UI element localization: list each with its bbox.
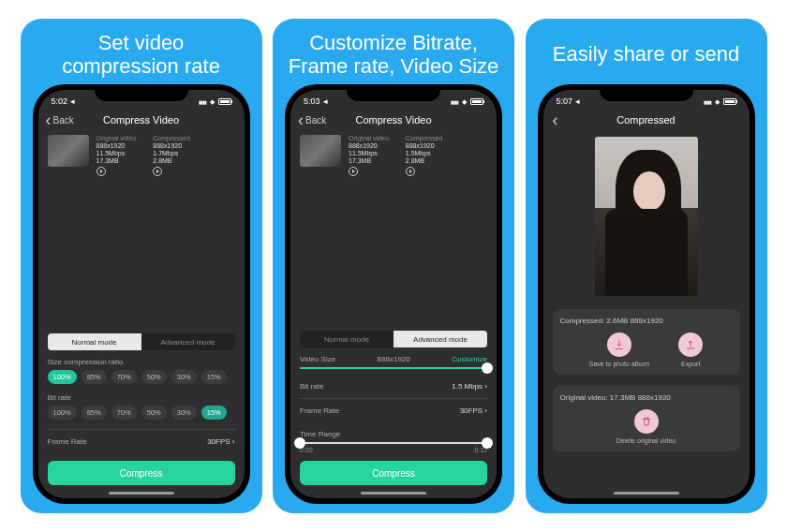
time-range-slider[interactable] bbox=[300, 442, 487, 444]
video-size-value: 888x1920 bbox=[378, 355, 410, 363]
play-icon[interactable] bbox=[406, 167, 415, 176]
slide-2: Customize Bitrate, Frame rate, Video Siz… bbox=[273, 19, 514, 513]
play-icon[interactable] bbox=[97, 167, 106, 176]
pill-85[interactable]: 85% bbox=[82, 370, 107, 384]
screen: 5:07◂ ‹ Compressed Compressed: 2.6MB 888… bbox=[543, 90, 750, 498]
location-icon: ◂ bbox=[575, 96, 580, 106]
bitrate-pills: 100% 85% 70% 50% 30% 15% bbox=[48, 406, 235, 420]
export-icon bbox=[678, 332, 703, 357]
slide-title: Easily share or send bbox=[553, 28, 739, 81]
pill-70[interactable]: 70% bbox=[111, 370, 137, 384]
signal-icon bbox=[704, 96, 711, 106]
pill-50[interactable]: 50% bbox=[141, 406, 167, 420]
save-icon bbox=[607, 332, 631, 357]
compressed-card: Compressed: 2.6MB 888x1920 Save to photo… bbox=[553, 309, 740, 375]
battery-icon bbox=[218, 98, 231, 105]
location-icon: ◂ bbox=[323, 96, 328, 106]
status-time: 5:07 bbox=[557, 96, 573, 106]
notch bbox=[347, 84, 440, 101]
screen: 5:02◂ Back Compress Video Original video… bbox=[38, 90, 245, 498]
original-info: Original video: 17.3MB 888x1920 bbox=[560, 393, 733, 402]
trash-icon bbox=[634, 409, 659, 434]
home-indicator[interactable] bbox=[361, 492, 426, 495]
status-time: 5:03 bbox=[304, 96, 320, 106]
export-action[interactable]: Export bbox=[678, 332, 703, 367]
size-ratio-pills: 100% 85% 70% 50% 30% 15% bbox=[48, 370, 235, 384]
mode-tabs: Normal mode Advanced mode bbox=[48, 333, 235, 350]
pill-15[interactable]: 15% bbox=[201, 406, 227, 420]
screen: 5:03◂ Back Compress Video Original video… bbox=[290, 90, 497, 498]
wifi-icon bbox=[715, 96, 720, 106]
tab-normal[interactable]: Normal mode bbox=[300, 331, 394, 347]
bitrate-row[interactable]: Bit rate 1.5 Mbps › bbox=[300, 375, 487, 398]
video-info: Original video 888x1920 11.5Mbps 17.3MB … bbox=[38, 131, 245, 184]
location-icon: ◂ bbox=[70, 96, 75, 106]
header: Back Compress Video bbox=[38, 111, 245, 131]
battery-icon bbox=[470, 98, 483, 105]
pill-100[interactable]: 100% bbox=[48, 370, 77, 384]
original-column: Original video 888x1920 11.5Mbps 17.3MB bbox=[349, 135, 389, 176]
bitrate-label: Bit rate bbox=[48, 393, 235, 402]
header-title: Compress Video bbox=[103, 114, 179, 126]
home-indicator[interactable] bbox=[109, 492, 174, 495]
notch bbox=[600, 84, 693, 101]
delete-action[interactable]: Delete original video bbox=[616, 409, 676, 444]
compressed-info: Compressed: 2.6MB 888x1920 bbox=[560, 317, 733, 325]
compress-button[interactable]: Compress bbox=[48, 461, 235, 485]
frame-rate-row[interactable]: Frame Rate 30FPS › bbox=[300, 398, 487, 422]
video-info: Original video 888x1920 11.5Mbps 17.3MB … bbox=[290, 131, 497, 184]
header: ‹ Compressed bbox=[543, 111, 750, 131]
back-button[interactable]: Back bbox=[46, 115, 74, 126]
slide-title: Customize Bitrate, Frame rate, Video Siz… bbox=[289, 28, 499, 81]
video-thumbnail[interactable] bbox=[48, 135, 89, 167]
save-action[interactable]: Save to photo album bbox=[589, 332, 649, 367]
wifi-icon bbox=[462, 96, 467, 106]
header-title: Compress Video bbox=[355, 114, 431, 126]
pill-30[interactable]: 30% bbox=[171, 370, 197, 384]
size-ratio-label: Size compression ratio bbox=[48, 358, 235, 366]
compressed-column: Compressed 888x1920 1.7Mbps 2.8MB bbox=[153, 135, 190, 176]
compressed-column: Compressed 888x1920 1.5Mbps 2.8MB bbox=[406, 135, 443, 176]
time-range-row: Time Range 0:00 0:12 bbox=[300, 430, 487, 453]
mode-tabs: Normal mode Advanced mode bbox=[300, 331, 487, 347]
video-thumbnail[interactable] bbox=[300, 135, 341, 167]
play-icon[interactable] bbox=[349, 167, 358, 176]
tab-advanced[interactable]: Advanced mode bbox=[141, 333, 235, 350]
slide-3: Easily share or send 5:07◂ ‹ Compressed … bbox=[526, 19, 767, 513]
pill-50[interactable]: 50% bbox=[141, 370, 167, 384]
controls-panel: Normal mode Advanced mode Size compressi… bbox=[38, 328, 245, 498]
header: Back Compress Video bbox=[290, 111, 497, 131]
pill-15[interactable]: 15% bbox=[201, 370, 227, 384]
signal-icon bbox=[199, 96, 206, 106]
result-preview[interactable] bbox=[595, 137, 698, 296]
home-indicator[interactable] bbox=[614, 492, 679, 495]
pill-85[interactable]: 85% bbox=[82, 406, 107, 420]
time-range-label: Time Range bbox=[300, 430, 340, 438]
pill-30[interactable]: 30% bbox=[171, 406, 197, 420]
controls-panel: Normal mode Advanced mode Video Size 888… bbox=[290, 325, 497, 498]
wifi-icon bbox=[210, 96, 215, 106]
video-size-slider[interactable] bbox=[300, 367, 487, 369]
slide-1: Set video compression rate 5:02◂ Back Co… bbox=[21, 19, 262, 513]
frame-rate-row[interactable]: Frame Rate 30FPS › bbox=[48, 429, 235, 453]
video-size-label: Video Size bbox=[300, 355, 335, 363]
compress-button[interactable]: Compress bbox=[300, 461, 487, 485]
tab-advanced[interactable]: Advanced mode bbox=[394, 331, 487, 347]
phone-frame: 5:03◂ Back Compress Video Original video… bbox=[285, 84, 502, 504]
video-size-row: Video Size 888x1920 Customize bbox=[300, 355, 487, 369]
customize-link[interactable]: Customize bbox=[452, 355, 487, 363]
tab-normal[interactable]: Normal mode bbox=[48, 333, 141, 350]
pill-70[interactable]: 70% bbox=[111, 406, 137, 420]
original-column: Original video 888x1920 11.5Mbps 17.3MB bbox=[97, 135, 137, 176]
pill-100[interactable]: 100% bbox=[48, 406, 77, 420]
phone-frame: 5:02◂ Back Compress Video Original video… bbox=[33, 84, 250, 504]
original-card: Original video: 17.3MB 888x1920 Delete o… bbox=[553, 386, 740, 451]
battery-icon bbox=[723, 98, 736, 105]
back-button[interactable]: ‹ bbox=[553, 115, 558, 125]
header-title: Compressed bbox=[616, 114, 675, 126]
signal-icon bbox=[451, 96, 458, 106]
phone-frame: 5:07◂ ‹ Compressed Compressed: 2.6MB 888… bbox=[538, 84, 755, 504]
notch bbox=[95, 84, 188, 101]
play-icon[interactable] bbox=[153, 167, 162, 176]
back-button[interactable]: Back bbox=[298, 115, 326, 126]
